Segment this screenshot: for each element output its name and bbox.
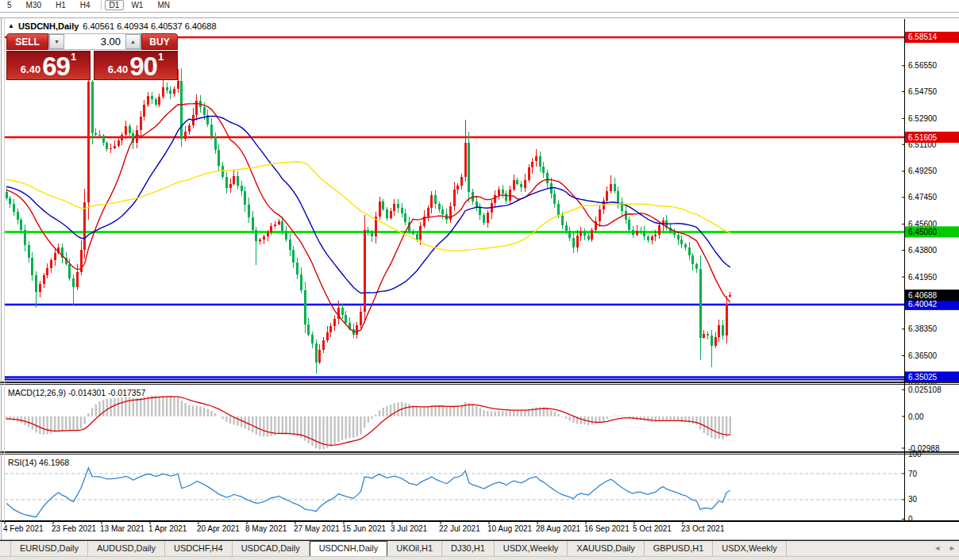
status-bar <box>0 556 959 560</box>
chart-tab-usdcad-daily[interactable]: USDCAD,Daily <box>233 541 310 557</box>
sell-price-big: 69 <box>42 55 70 79</box>
chart-title: ▲ USDCNH,Daily 6.40561 6.40934 6.40537 6… <box>8 21 217 31</box>
tab-scroll-right-icon[interactable]: ► <box>949 544 956 552</box>
chart-symbol-label: USDCNH,Daily <box>18 21 79 31</box>
axis-tick-label: 20 Apr 2021 <box>197 524 240 533</box>
axis-tick-label: 0 <box>908 515 913 524</box>
axis-tick-label: 6.54750 <box>908 87 938 96</box>
sell-button[interactable]: SELL <box>6 33 48 50</box>
chart-tab-usdchf-h4[interactable]: USDCHF,H4 <box>165 541 233 557</box>
chart-tab-usdx-weekly[interactable]: USDX,Weekly <box>713 541 786 557</box>
rsi-value: 46.1968 <box>39 458 69 467</box>
axis-tick-label: 6.45060 <box>908 228 938 236</box>
chart-tab-xauusd-daily[interactable]: XAUUSD,Daily <box>568 541 644 557</box>
volume-stepper: ▼ 3.00 ▲ <box>48 33 141 50</box>
rsi-pane <box>5 468 904 517</box>
axis-tick-label: 1 Apr 2021 <box>148 524 187 533</box>
toolbar-separator <box>101 1 102 10</box>
axis-tick-label: 6.36500 <box>908 351 938 360</box>
chart-canvas[interactable]: 6.565506.547506.529006.511006.492506.474… <box>0 0 959 560</box>
buy-price-pip: 1 <box>158 45 164 69</box>
macd-pane-label: MACD(12,26,9) -0.014301 -0.017357 <box>8 388 145 397</box>
sell-price-panel[interactable]: 6.40 69 1 <box>6 51 91 80</box>
axis-tick-label: 8 May 2021 <box>245 524 287 533</box>
chart-tab-gbpusd-h1[interactable]: GBPUSD,H1 <box>645 541 714 557</box>
axis-tick-label: 27 May 2021 <box>294 524 340 533</box>
date-axis: 4 Feb 202123 Feb 202113 Mar 20211 Apr 20… <box>3 521 725 533</box>
price-axis: 6.565506.547506.529006.511006.492506.474… <box>902 32 959 524</box>
axis-tick-label: 5 Oct 2021 <box>633 524 672 533</box>
axis-tick-label: 6.43800 <box>908 246 938 255</box>
rsi-name: RSI(14) <box>8 458 37 467</box>
buy-price-big: 90 <box>129 55 157 79</box>
macd-values: -0.014301 -0.017357 <box>68 388 146 397</box>
axis-tick-label: 4 Feb 2021 <box>3 524 44 533</box>
axis-tick-label: 6.41950 <box>908 273 938 282</box>
axis-tick-label: 15 Jun 2021 <box>342 524 386 533</box>
timeframe-button-5[interactable]: 5 <box>0 0 19 10</box>
rsi-pane-label: RSI(14) 46.1968 <box>8 458 69 467</box>
axis-tick-label: 6.35025 <box>908 373 938 382</box>
volume-decrease-icon[interactable]: ▼ <box>49 34 64 49</box>
buy-price-prefix: 6.40 <box>108 61 128 79</box>
sell-price-pip: 1 <box>71 45 76 69</box>
timeframe-toolbar: 5M30H1H4D1W1MN <box>0 0 959 13</box>
chart-ohlc-values: 6.40561 6.40934 6.40537 6.40688 <box>83 21 216 31</box>
pane-frame <box>0 17 959 539</box>
collapse-triangle-icon[interactable]: ▲ <box>8 23 14 29</box>
axis-tick-label: 6.49250 <box>908 167 938 175</box>
axis-tick-label: 6.38350 <box>908 324 938 333</box>
axis-tick-label: 70 <box>908 470 918 478</box>
timeframe-button-m30[interactable]: M30 <box>19 0 48 10</box>
macd-pane <box>6 396 731 450</box>
chart-tab-eurusd-daily[interactable]: EURUSD,Daily <box>10 541 88 557</box>
axis-tick-label: 23 Feb 2021 <box>52 524 97 533</box>
axis-tick-label: 6.56550 <box>908 61 938 70</box>
axis-tick-label: 13 Mar 2021 <box>100 524 145 533</box>
timeframe-button-w1[interactable]: W1 <box>124 0 150 10</box>
axis-tick-label: 23 Oct 2021 <box>681 524 725 533</box>
macd-name: MACD(12,26,9) <box>8 388 66 397</box>
axis-tick-label: 6.40042 <box>908 300 938 309</box>
axis-tick-label: 6.47450 <box>908 193 938 201</box>
rsi-line <box>6 468 730 517</box>
axis-tick-label: 6.52900 <box>908 114 938 123</box>
axis-tick-label: 0.00 <box>908 412 924 421</box>
axis-tick-label: 0.025108 <box>908 385 942 394</box>
timeframe-button-d1[interactable]: D1 <box>105 0 125 10</box>
timeframe-button-h4[interactable]: H4 <box>73 0 98 10</box>
axis-tick-label: 22 Jul 2021 <box>439 524 480 533</box>
axis-tick-label: 6.40688 <box>908 291 938 300</box>
buy-price-panel[interactable]: 6.40 90 1 <box>94 51 178 80</box>
volume-increase-icon[interactable]: ▲ <box>125 34 141 49</box>
chart-tab-usdcnh-daily[interactable]: USDCNH,Daily <box>310 541 388 557</box>
timeframe-button-h1[interactable]: H1 <box>48 0 73 10</box>
axis-tick-label: 6.51605 <box>908 133 938 142</box>
chart-tab-audusd-daily[interactable]: AUDUSD,Daily <box>88 541 165 557</box>
axis-tick-label: 28 Aug 2021 <box>536 524 581 533</box>
axis-tick-label: 3 Jul 2021 <box>391 524 428 533</box>
one-click-trading-widget: SELL ▼ 3.00 ▲ BUY 6.40 69 1 6.40 90 1 <box>6 33 178 80</box>
sell-price-prefix: 6.40 <box>21 61 40 79</box>
chart-tab-dj30-h1[interactable]: DJ30,H1 <box>442 541 495 557</box>
axis-tick-label: 30 <box>908 495 918 504</box>
chart-tab-usdx-weekly[interactable]: USDX,Weekly <box>495 541 568 557</box>
axis-tick-label: 16 Sep 2021 <box>584 524 630 533</box>
axis-tick-label: 6.58514 <box>908 33 938 41</box>
tab-scroll-left-icon[interactable]: ◄ <box>934 544 941 552</box>
chart-tab-bar: EURUSD,DailyAUDUSD,DailyUSDCHF,H4USDCAD,… <box>0 540 959 557</box>
timeframe-button-mn[interactable]: MN <box>150 0 177 10</box>
chart-tab-ukoil-h1[interactable]: UKOil,H1 <box>387 541 442 557</box>
axis-tick-label: 10 Aug 2021 <box>487 524 533 533</box>
